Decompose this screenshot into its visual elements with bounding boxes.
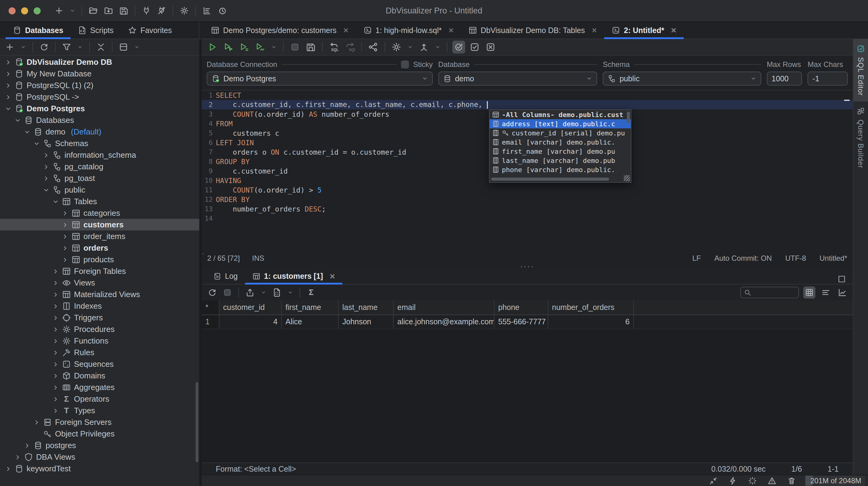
tree-item-information-schema[interactable]: information_schema xyxy=(0,149,199,161)
export-button[interactable] xyxy=(244,286,256,299)
tree-item-public[interactable]: public xyxy=(0,184,199,195)
bars-button[interactable] xyxy=(201,5,213,17)
zoom-window-button[interactable] xyxy=(34,7,41,14)
chevron-down-button[interactable] xyxy=(68,6,77,15)
expand-node-icon[interactable] xyxy=(52,303,59,309)
close-tab-icon[interactable]: × xyxy=(330,272,335,281)
sidebar-scrollbar[interactable] xyxy=(196,382,198,462)
collapse-node-icon[interactable] xyxy=(5,105,11,112)
grid-cell-[interactable]: 1 xyxy=(202,315,219,329)
collapse-node-icon[interactable] xyxy=(43,186,50,193)
tab-scripts[interactable]: Scripts xyxy=(71,22,121,38)
sigma-glyph-button[interactable]: Σ xyxy=(305,286,317,299)
folder-open-button[interactable] xyxy=(87,5,99,17)
expand-node-icon[interactable] xyxy=(14,454,21,460)
chevron-down-button[interactable] xyxy=(286,288,294,297)
autocomplete-item-customer-id[interactable]: customer_id [serial] demo.pu xyxy=(490,128,631,138)
expand-node-icon[interactable] xyxy=(43,175,50,182)
close-tab-icon[interactable]: × xyxy=(671,26,676,35)
expand-node-icon[interactable] xyxy=(5,465,11,472)
collapse-node-icon[interactable] xyxy=(14,117,21,123)
schema-select[interactable]: public xyxy=(603,71,761,86)
tree-item-indexes[interactable]: Indexes xyxy=(0,300,199,312)
editor-tab-dbvisualizer-demo-db-tables[interactable]: DbVisualizer Demo DB: Tables× xyxy=(461,22,604,38)
tree-item-triggers[interactable]: Triggers xyxy=(0,312,199,324)
commit-check-button[interactable] xyxy=(468,41,481,54)
tree-item-procedures[interactable]: Procedures xyxy=(0,324,199,335)
tree-item-aggregates[interactable]: Aggregates xyxy=(0,382,199,393)
autocomplete-item-address[interactable]: address [text] demo.public.c xyxy=(490,119,631,128)
chevron-down-button[interactable] xyxy=(19,43,28,51)
tree-item-sequences[interactable]: Sequences xyxy=(0,358,199,370)
tree-item-orders[interactable]: orders xyxy=(0,242,199,254)
chevron-down-button[interactable] xyxy=(76,43,84,51)
tree-item-operators[interactable]: ΣOperators xyxy=(0,393,199,405)
busy-button[interactable] xyxy=(747,475,758,486)
tree-item-foreign-tables[interactable]: Foreign Tables xyxy=(0,265,199,277)
sidebar-splitter[interactable]: ⋮⋮⋮ xyxy=(199,39,202,486)
expand-node-icon[interactable] xyxy=(52,314,59,321)
grid-cell-phone[interactable]: 555-666-7777 xyxy=(495,315,548,329)
stop-button[interactable] xyxy=(221,286,234,299)
chevron-down-button[interactable] xyxy=(406,43,414,51)
popup-horizontal-scrollbar[interactable] xyxy=(491,178,609,181)
expand-node-icon[interactable] xyxy=(62,245,68,251)
autocomplete-item-email[interactable]: email [varchar] demo.public. xyxy=(490,138,631,147)
gear-button[interactable] xyxy=(390,41,403,54)
maximize-results-button[interactable] xyxy=(836,273,848,285)
expand-node-icon[interactable] xyxy=(62,256,68,263)
expand-node-icon[interactable] xyxy=(52,372,59,379)
collapse-node-icon[interactable] xyxy=(24,128,31,135)
grid-cell-first-name[interactable]: Alice xyxy=(282,315,339,329)
close-tab-icon[interactable]: × xyxy=(343,26,349,35)
plus-button[interactable] xyxy=(4,41,16,53)
expand-node-icon[interactable] xyxy=(5,70,11,77)
tree-item-dbvisualizer-demo-db[interactable]: DbVisualizer Demo DB xyxy=(0,56,199,68)
connection-select[interactable]: Demo Postgres xyxy=(207,71,433,86)
tree-item-pg-catalog[interactable]: pg_catalog xyxy=(0,161,199,173)
tree-item-keywordtest[interactable]: keywordTest xyxy=(0,463,199,475)
column-header-first-name[interactable]: first_name xyxy=(282,301,339,314)
tree-item-customers[interactable]: customers xyxy=(0,219,199,231)
commit-auto-button[interactable] xyxy=(452,41,465,54)
autocomplete-item-all[interactable]: -All Columns- demo.public.cust xyxy=(490,110,631,119)
expand-node-icon[interactable] xyxy=(52,384,59,391)
expand-node-icon[interactable] xyxy=(62,210,68,216)
chevron-down-button[interactable] xyxy=(133,43,141,51)
editor-tab-2-untitled[interactable]: 2: Untitled*× xyxy=(604,22,683,38)
column-header-customer-id[interactable]: customer_id xyxy=(219,301,282,314)
grid-cell-number-of-orders[interactable]: 6 xyxy=(548,315,634,329)
results-search-input[interactable] xyxy=(740,287,799,298)
tree-item-tables[interactable]: Tables xyxy=(0,195,199,207)
expand-node-icon[interactable] xyxy=(52,337,59,344)
editor-line-11[interactable]: 11 COUNT(o.order_id) > 5 xyxy=(202,185,853,195)
column-header-[interactable]: * xyxy=(202,301,219,314)
close-window-button[interactable] xyxy=(8,7,16,14)
collapse-node-icon[interactable] xyxy=(52,198,59,205)
autocomplete-item-phone[interactable]: phone [varchar] demo.public. xyxy=(490,165,631,174)
tree-item-postgresql-1-2[interactable]: PostgreSQL (1) (2) xyxy=(0,80,199,91)
play-script-button[interactable] xyxy=(238,41,251,54)
plug-off-button[interactable] xyxy=(156,5,168,17)
tree-item-functions[interactable]: Functions xyxy=(0,335,199,346)
tree-item-pg-toast[interactable]: pg_toast xyxy=(0,173,199,184)
collapse-button[interactable] xyxy=(95,41,107,53)
close-tab-icon[interactable]: × xyxy=(592,26,597,35)
save-button[interactable] xyxy=(304,41,317,54)
editor-tab-1-high-mid-low-sql[interactable]: 1: high-mid-low.sql*× xyxy=(356,22,461,38)
expand-node-icon[interactable] xyxy=(52,349,59,356)
doc-grid-button[interactable] xyxy=(271,286,283,299)
tree-item-foreign-servers[interactable]: Foreign Servers xyxy=(0,416,199,428)
results-tab-log[interactable]: Log xyxy=(206,269,245,284)
column-header-email[interactable]: email xyxy=(394,301,495,314)
chevron-down-button[interactable] xyxy=(259,288,268,297)
editor-line-1[interactable]: 1SELECT xyxy=(202,90,853,100)
minimize-window-button[interactable] xyxy=(21,7,28,14)
save-button[interactable] xyxy=(118,5,130,17)
editor-tab-demo-postgres-demo-customers[interactable]: Demo Postgres/demo: customers× xyxy=(204,22,356,38)
share-button[interactable] xyxy=(367,41,380,54)
expand-node-icon[interactable] xyxy=(62,233,68,240)
expand-node-icon[interactable] xyxy=(52,407,59,414)
editor-line-13[interactable]: 13 number_of_orders DESC; xyxy=(202,204,853,214)
results-splitter[interactable]: ···· xyxy=(202,264,853,269)
